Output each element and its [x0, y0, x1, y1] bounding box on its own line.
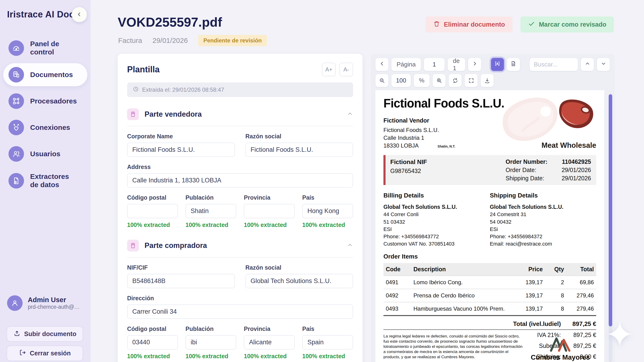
logout-button[interactable]: Cerrar sesión	[6, 345, 83, 361]
billing-details: Billing Details Global Tech Solutions S.…	[384, 191, 490, 248]
zoom-level-input[interactable]	[392, 74, 411, 87]
pdf-document-page: Fictional Foods S.L.U. Meat Wholesale	[376, 90, 604, 362]
vendor-note: Shatin, N.T.	[438, 144, 455, 148]
billing-line: ESI	[384, 226, 490, 233]
sidebar-item-conexiones[interactable]: Conexiones	[3, 116, 87, 139]
upload-button-label: Subir documento	[24, 330, 76, 338]
sidebar-item-documentos[interactable]: Documentos	[3, 63, 87, 86]
page-title: VOKD255597.pdf	[118, 15, 222, 30]
sidebar-item-panel-de-control[interactable]: Panel de control	[3, 36, 87, 60]
razon-social-field[interactable]	[246, 274, 353, 288]
provincia-field[interactable]	[244, 335, 295, 349]
address-field[interactable]	[127, 173, 353, 188]
search-next-button[interactable]	[597, 58, 610, 71]
order-items-table: Code Description Price Qty Total 0491 Lo…	[384, 263, 596, 316]
item-qty: 2	[545, 276, 566, 289]
ai-assistant-sparkle-icon[interactable]: ✦	[605, 317, 634, 352]
razon-social-field[interactable]	[246, 143, 353, 157]
sidebar-item-extractores[interactable]: Extractores de datos	[3, 169, 87, 193]
codigo-postal-field[interactable]	[127, 204, 178, 218]
billing-line: 51 03432	[384, 218, 490, 226]
delete-button-label: Eliminar documento	[444, 21, 505, 28]
billing-company: Global Tech Solutions S.L.U.	[384, 203, 490, 211]
zoom-in-icon[interactable]	[433, 74, 446, 87]
shipping-line: ESi	[490, 226, 596, 233]
extraction-confidence: 100% extracted	[244, 222, 295, 228]
table-row: 0491 Lomo Ibérico Cong. 139,17 2 69,86	[384, 276, 596, 289]
section-header-vendedora[interactable]: Parte vendedora	[127, 108, 353, 126]
delete-document-button[interactable]: Eliminar documento	[426, 17, 513, 33]
col-description: Description	[411, 263, 511, 276]
corporate-name-field[interactable]	[127, 143, 235, 157]
document-meta: Factura 29/01/2026 Pendiente de revisión	[118, 35, 267, 46]
shipping-line: 54 00432	[490, 218, 596, 226]
order-date-label: Order Date:	[506, 167, 548, 173]
upload-icon	[14, 330, 20, 338]
shipping-line: Email: reaci@restrace.com	[490, 240, 596, 247]
field-label: Provincia	[244, 325, 295, 332]
field-label: Código postal	[127, 325, 178, 332]
users-icon	[8, 146, 24, 162]
item-total: 279,46	[566, 302, 596, 316]
field-label: NIF/CIF	[127, 264, 235, 271]
chevron-up-icon[interactable]	[347, 111, 353, 118]
sidebar: Iristrace AI Docs Panel de control Docum…	[0, 0, 90, 362]
col-price: Price	[511, 263, 545, 276]
upload-document-button[interactable]: Subir documento	[6, 326, 83, 342]
nif-cif-field[interactable]	[127, 274, 235, 288]
item-qty: 8	[545, 289, 566, 302]
search-prev-button[interactable]	[581, 58, 594, 71]
extraction-confidence: 100% extracted	[186, 222, 236, 228]
text-layer-toggle-button[interactable]	[491, 58, 504, 71]
vendor-line: 18330 LOBJA	[384, 142, 418, 149]
next-page-button[interactable]	[468, 58, 481, 71]
total-label: Total (ivel.ludiel)	[513, 320, 561, 328]
field-label: País	[302, 325, 353, 332]
table-header-row: Code Description Price Qty Total	[384, 263, 596, 276]
template-title: Plantilla	[127, 65, 160, 74]
table-row: 0492 Prensa de Cerdo Ibérico 139,17 8 27…	[384, 289, 596, 302]
search-input[interactable]	[530, 58, 578, 71]
mark-reviewed-button[interactable]: Marcar como revisado	[520, 17, 614, 33]
pais-field[interactable]	[302, 204, 353, 218]
user-email: prd-chemce-auth@bietr...	[28, 304, 81, 310]
order-meta: Order Number: 110462925 Order Date: 29/0…	[506, 158, 591, 182]
chevron-up-icon[interactable]	[347, 242, 353, 249]
invoice-footer: La regima legal ledares re defectien, co…	[384, 329, 596, 362]
sidebar-item-procesadores[interactable]: Procesadores	[3, 90, 87, 113]
download-icon[interactable]	[481, 74, 494, 87]
trash-icon	[433, 20, 440, 29]
font-decrease-button[interactable]: A-	[340, 63, 353, 76]
item-description: Hamburguesas Vacuno 100% Prem.	[411, 302, 511, 316]
sidebar-collapse-button[interactable]	[72, 7, 87, 22]
sidebar-item-usuarios[interactable]: Usuarios	[3, 142, 87, 165]
font-increase-button[interactable]: A+	[322, 63, 336, 76]
codigo-postal-field[interactable]	[127, 335, 178, 349]
extraction-confidence: 100% extracted	[127, 353, 178, 360]
sidebar-item-label: Panel de control	[30, 40, 82, 56]
prev-page-button[interactable]	[376, 58, 388, 71]
fullscreen-icon[interactable]	[465, 74, 478, 87]
provincia-field[interactable]	[244, 204, 295, 218]
pdf-file-view-button[interactable]	[507, 58, 520, 71]
section-header-compradora[interactable]: Parte compradora	[127, 240, 353, 258]
pais-field[interactable]	[302, 335, 353, 349]
item-code: 0491	[384, 276, 411, 289]
page-number-input[interactable]	[424, 58, 445, 71]
billing-title: Billing Details	[384, 191, 490, 200]
item-price: 139,17	[511, 289, 545, 302]
order-date: 29/01/2026	[562, 167, 591, 173]
refresh-icon[interactable]	[449, 74, 462, 87]
user-profile[interactable]: Admin User prd-chemce-auth@bietr...	[7, 295, 85, 311]
item-total: 279,46	[566, 289, 596, 302]
pdf-scrollbar-thumb[interactable]	[609, 94, 612, 326]
nif-value: G98765432	[390, 167, 427, 174]
zoom-out-icon[interactable]	[376, 74, 388, 87]
card-icon	[127, 240, 139, 251]
poblacion-field[interactable]	[186, 335, 236, 349]
logout-icon	[19, 349, 26, 358]
chevron-down-icon	[600, 61, 606, 68]
shipping-title: Shipping Details	[490, 191, 596, 200]
poblacion-field[interactable]	[186, 204, 236, 218]
direccion-field[interactable]	[127, 304, 353, 319]
